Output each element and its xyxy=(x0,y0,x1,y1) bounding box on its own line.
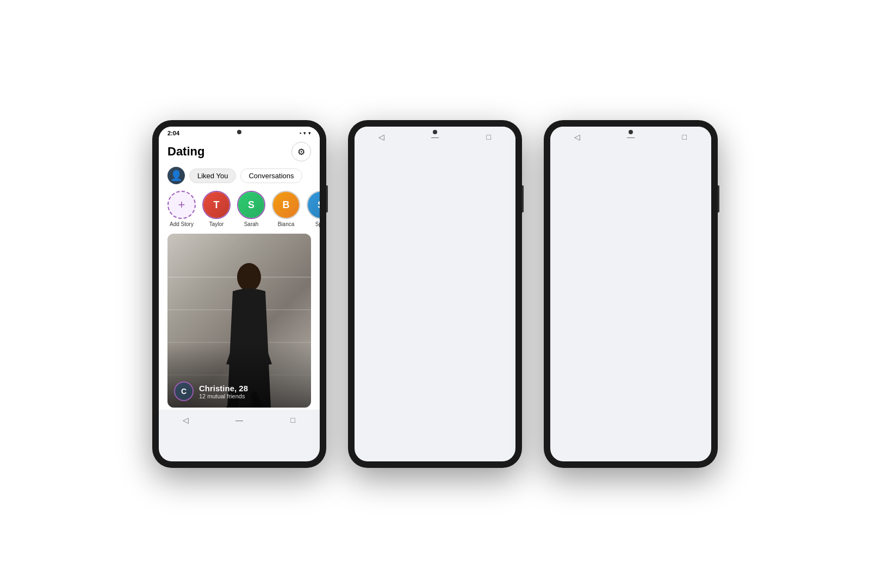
android-nav-2: ◁ — □ xyxy=(355,127,515,145)
recents-button-3[interactable]: □ xyxy=(679,131,691,143)
story-circle-sarah[interactable]: S xyxy=(237,191,265,219)
phone-2-screen: C Christine 3h ••• ✕ VACATION MODE!✈ C xyxy=(355,127,515,461)
page-title: Dating xyxy=(167,145,204,159)
story-sp[interactable]: S Sp... xyxy=(307,191,320,227)
profile-mini-avatar: C xyxy=(174,381,194,401)
card-info: C Christine, 28 12 mutual friends xyxy=(174,381,248,401)
sarah-label: Sarah xyxy=(244,221,259,227)
add-story-label: Add Story xyxy=(170,221,194,227)
taylor-avatar: T xyxy=(203,192,229,218)
home-button[interactable]: — xyxy=(233,414,245,426)
back-button-2[interactable]: ◁ xyxy=(375,131,387,143)
android-nav-1: ◁ — □ xyxy=(159,410,320,428)
back-button-3[interactable]: ◁ xyxy=(571,131,583,143)
phone-1: 2:04 ▪ ▾ ▾ Dating ⚙ 👤 Li xyxy=(152,120,326,468)
story-taylor[interactable]: T Taylor xyxy=(202,191,231,227)
svg-point-4 xyxy=(237,263,261,291)
story-sarah[interactable]: S Sarah xyxy=(237,191,265,227)
back-button[interactable]: ◁ xyxy=(179,414,191,426)
profile-name: Christine, 28 xyxy=(199,384,248,393)
wifi-icon: ▾ xyxy=(303,130,306,136)
add-story-item[interactable]: + Add Story xyxy=(167,191,196,227)
phone-3-screen: C Christine 2h ••• ✕ ♥ ♥ ♥ xyxy=(550,127,711,461)
tabs-row: 👤 Liked You Conversations xyxy=(159,165,320,186)
settings-button[interactable]: ⚙ xyxy=(291,142,311,161)
battery-icon: ▾ xyxy=(308,130,311,136)
home-button-2[interactable]: — xyxy=(429,131,441,143)
recents-button[interactable]: □ xyxy=(287,414,299,426)
status-icons: ▪ ▾ ▾ xyxy=(300,130,311,136)
add-icon: + xyxy=(178,198,185,212)
sp-label: Sp... xyxy=(315,221,320,227)
dating-home-screen: 2:04 ▪ ▾ ▾ Dating ⚙ 👤 Li xyxy=(159,127,320,410)
bianca-label: Bianca xyxy=(278,221,295,227)
taylor-label: Taylor xyxy=(209,221,224,227)
story-circle-sp[interactable]: S xyxy=(307,191,320,219)
user-avatar[interactable]: 👤 xyxy=(167,167,185,184)
bianca-avatar: B xyxy=(273,192,299,218)
profile-mutual: 12 mutual friends xyxy=(199,393,248,399)
status-bar-1: 2:04 ▪ ▾ ▾ xyxy=(159,127,320,136)
story-circle-bianca[interactable]: B xyxy=(272,191,300,219)
signal-icon: ▪ xyxy=(300,130,301,136)
android-nav-3: ◁ — □ xyxy=(550,127,711,145)
story-bianca[interactable]: B Bianca xyxy=(272,191,300,227)
profile-text: Christine, 28 12 mutual friends xyxy=(199,384,248,399)
conversations-tab[interactable]: Conversations xyxy=(240,168,302,183)
dating-header: Dating ⚙ xyxy=(159,136,320,165)
phone-1-screen: 2:04 ▪ ▾ ▾ Dating ⚙ 👤 Li xyxy=(159,127,320,461)
phone-2: C Christine 3h ••• ✕ VACATION MODE!✈ C xyxy=(348,120,522,468)
home-button-3[interactable]: — xyxy=(625,131,637,143)
stories-row: + Add Story T Taylor S Sarah xyxy=(159,186,320,232)
time-display: 2:04 xyxy=(167,130,179,136)
phone-3: C Christine 2h ••• ✕ ♥ ♥ ♥ xyxy=(544,120,718,468)
mini-avatar-img: C xyxy=(175,383,192,400)
add-story-circle[interactable]: + xyxy=(167,191,196,219)
story-circle-taylor[interactable]: T xyxy=(202,191,231,219)
profile-card[interactable]: C Christine, 28 12 mutual friends xyxy=(167,234,311,408)
recents-button-2[interactable]: □ xyxy=(483,131,495,143)
gear-icon: ⚙ xyxy=(297,147,305,157)
sp-avatar: S xyxy=(308,192,320,218)
sarah-avatar: S xyxy=(238,192,264,218)
liked-you-tab[interactable]: Liked You xyxy=(189,168,236,183)
user-avatar-img: 👤 xyxy=(167,167,185,184)
